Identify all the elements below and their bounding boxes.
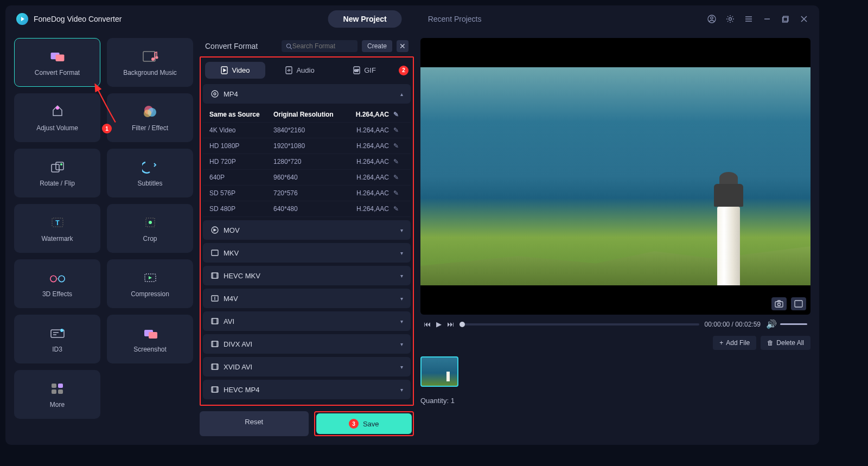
format-group-m4v[interactable]: M4V▾	[203, 289, 411, 308]
maximize-icon[interactable]	[781, 15, 790, 23]
tool-crop[interactable]: Crop	[107, 204, 193, 253]
tool-more[interactable]: More	[14, 370, 100, 419]
menu-icon[interactable]	[744, 15, 753, 23]
edit-icon[interactable]: ✎	[393, 111, 404, 118]
edit-icon[interactable]: ✎	[393, 189, 404, 197]
format-row[interactable]: HD 1080P1920*1080H.264,AAC✎	[203, 138, 411, 154]
screenshot-icon	[142, 325, 159, 341]
play-button[interactable]: ▶	[436, 320, 442, 328]
format-row[interactable]: HD 720P1280*720H.264,AAC✎	[203, 154, 411, 170]
prev-button[interactable]: ⏮	[424, 320, 431, 328]
crop-icon	[142, 214, 159, 231]
volume-slider[interactable]	[780, 323, 807, 325]
tool-3d-effects[interactable]: 3D Effects	[14, 259, 100, 308]
edit-icon[interactable]: ✎	[393, 126, 404, 134]
volume-control[interactable]: 🔊	[766, 319, 807, 329]
settings-icon[interactable]	[726, 15, 735, 23]
format-group-avi[interactable]: AVI▾	[203, 311, 411, 331]
tool-convert-format[interactable]: Convert Format	[14, 38, 100, 87]
player-controls: ⏮ ▶ ⏭ 00:00:00 / 00:02:59 🔊	[420, 319, 810, 329]
format-group-hevc-mp4[interactable]: HEVC MP4▾	[203, 380, 411, 399]
edit-icon[interactable]: ✎	[393, 174, 404, 181]
svg-point-48	[778, 303, 781, 306]
close-icon[interactable]	[800, 15, 808, 23]
edit-icon[interactable]: ✎	[393, 142, 404, 150]
close-panel-button[interactable]: ✕	[397, 40, 409, 52]
volume-icon[interactable]: 🔊	[766, 319, 777, 329]
annotation-badge-3: 3	[349, 419, 359, 429]
panel-title: Convert Format	[205, 42, 258, 50]
tool-compression[interactable]: Compression	[107, 259, 193, 308]
tab-label: GIF	[364, 66, 376, 74]
subtitles-icon	[142, 159, 159, 175]
chevron-down-icon: ▾	[400, 387, 403, 393]
svg-point-13	[144, 110, 151, 117]
edit-icon[interactable]: ✎	[393, 205, 404, 213]
format-group-mkv[interactable]: MKV▾	[203, 243, 411, 263]
format-row[interactable]: 640P960*640H.264,AAC✎	[203, 170, 411, 186]
tool-subtitles[interactable]: Subtitles	[107, 149, 193, 197]
format-row[interactable]: 4K Video3840*2160H.264,AAC✎	[203, 123, 411, 138]
save-button[interactable]: 3 Save	[316, 413, 412, 434]
minimize-icon[interactable]	[763, 15, 771, 23]
svg-point-20	[149, 221, 152, 224]
search-input[interactable]	[292, 42, 353, 50]
titlebar: FoneDog Video Converter New Project Rece…	[5, 5, 819, 33]
format-group-hevc-mkv[interactable]: HEVC MKV▾	[203, 266, 411, 285]
format-group-divx-avi[interactable]: DIVX AVI▾	[203, 334, 411, 354]
tool-filter-effect[interactable]: Filter / Effect	[107, 93, 193, 142]
progress-handle[interactable]	[459, 322, 465, 327]
tool-background-music[interactable]: Background Music	[107, 38, 193, 87]
row-codec: H.264,AAC	[356, 126, 389, 134]
create-button[interactable]: Create	[362, 40, 392, 52]
format-group-xvid-avi[interactable]: XVID AVI▾	[203, 357, 411, 376]
chevron-down-icon: ▾	[400, 227, 403, 233]
svg-text:T: T	[55, 219, 60, 227]
row-res: 960*640	[273, 174, 352, 181]
tool-label: More	[50, 401, 65, 408]
svg-point-32	[286, 43, 290, 47]
tool-label: Crop	[143, 235, 157, 242]
reset-button[interactable]: Reset	[200, 411, 309, 436]
save-label: Save	[363, 420, 379, 428]
tab-recent-projects[interactable]: Recent Projects	[413, 10, 497, 28]
tab-new-project[interactable]: New Project	[328, 10, 402, 28]
thumbnail[interactable]	[420, 356, 458, 387]
tool-screenshot[interactable]: Screenshot	[107, 315, 193, 363]
format-tab-video[interactable]: Video	[205, 62, 265, 79]
tool-label: Background Music	[123, 69, 177, 76]
video-preview[interactable]	[420, 38, 810, 315]
format-tab-audio[interactable]: Audio	[270, 62, 330, 79]
format-row[interactable]: SD 480P640*480H.264,AAC✎	[203, 201, 411, 217]
format-row[interactable]: SD 576P720*576H.264,AAC✎	[203, 186, 411, 201]
snapshot-icon[interactable]	[771, 297, 787, 310]
next-button[interactable]: ⏭	[447, 320, 454, 328]
tool-rotate-flip[interactable]: Rotate / Flip	[14, 149, 100, 197]
music-icon	[142, 48, 159, 65]
format-icon	[210, 271, 219, 280]
delete-all-button[interactable]: 🗑Delete All	[761, 336, 810, 350]
tool-label: Adjust Volume	[36, 124, 78, 132]
progress-bar[interactable]	[459, 323, 699, 325]
tool-adjust-volume[interactable]: Adjust Volume	[14, 93, 100, 142]
add-file-button[interactable]: +Add File	[713, 336, 756, 350]
format-icon	[210, 385, 219, 394]
gif-file-icon: GIF	[353, 66, 361, 74]
chevron-down-icon: ▾	[400, 296, 403, 302]
fullscreen-icon[interactable]	[791, 297, 806, 310]
plus-icon: +	[719, 339, 723, 347]
tool-watermark[interactable]: T Watermark	[14, 204, 100, 253]
account-icon[interactable]	[707, 15, 716, 23]
svg-point-10	[56, 106, 59, 110]
format-group-mov[interactable]: MOV▾	[203, 220, 411, 240]
row-name: HD 1080P	[209, 142, 269, 150]
edit-icon[interactable]: ✎	[393, 158, 404, 165]
format-row[interactable]: Same as SourceOriginal ResolutionH.264,A…	[203, 107, 411, 123]
tool-id3[interactable]: ID3	[14, 315, 100, 363]
row-codec: H.264,AAC	[356, 158, 389, 165]
format-group-mp4[interactable]: MP4 ▴	[203, 84, 411, 104]
tool-label: Compression	[131, 290, 169, 298]
row-codec: H.264,AAC	[356, 142, 389, 150]
format-name: MKV	[224, 249, 239, 257]
format-tab-gif[interactable]: GIF GIF	[334, 62, 394, 79]
